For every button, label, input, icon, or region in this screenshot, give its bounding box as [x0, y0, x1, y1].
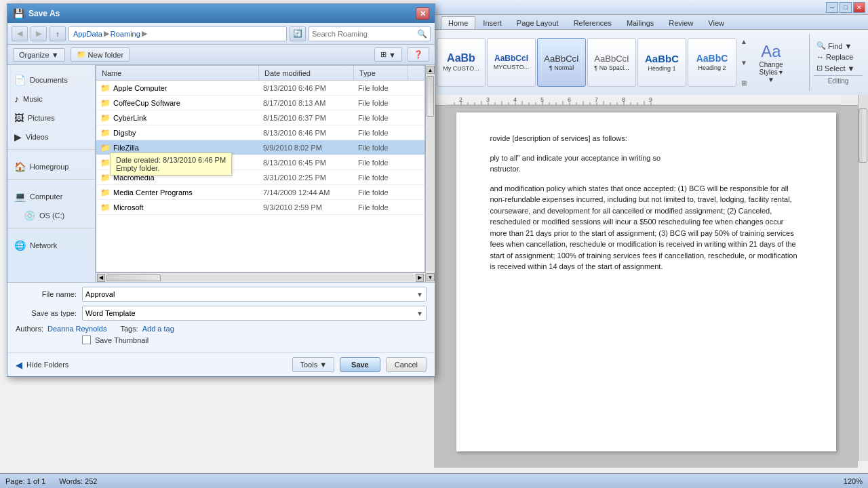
- svg-text:7: 7: [595, 96, 598, 103]
- sidebar-item-videos[interactable]: ▶ Videos: [7, 127, 95, 146]
- nav-back-button[interactable]: ◀: [12, 26, 28, 41]
- style-heading1[interactable]: AaBbC Heading 1: [637, 38, 686, 87]
- style-preview-h1: AaBbC: [645, 54, 679, 64]
- hide-folders-button[interactable]: Hide Folders: [26, 361, 68, 369]
- dialog-nav-bar: ◀ ▶ ↑ AppData ▶ Roaming ▶ 🔄 🔍: [7, 23, 435, 45]
- tab-home[interactable]: Home: [441, 16, 475, 29]
- ribbon: ─ □ ✕ Home Insert Page Layout References…: [434, 0, 868, 95]
- editing-group-label: Editing: [814, 75, 863, 85]
- styles-scroll-down[interactable]: ▼: [738, 59, 750, 66]
- tab-page-layout[interactable]: Page Layout: [509, 16, 566, 29]
- vertical-scrollbar[interactable]: ▲ ▼: [425, 65, 435, 282]
- breadcrumb-bar[interactable]: AppData ▶ Roaming ▶: [68, 26, 287, 41]
- footer-right: Tools ▼ Save Cancel: [292, 357, 427, 372]
- filename-input[interactable]: Approval ▼: [82, 287, 427, 302]
- tags-value[interactable]: Add a tag: [142, 325, 174, 333]
- sidebar-divider-3: [7, 228, 95, 233]
- nav-forward-button[interactable]: ▶: [31, 26, 47, 41]
- sidebar-item-documents[interactable]: 📄 Documents: [7, 70, 95, 89]
- savetype-label: Save as type:: [16, 309, 77, 317]
- organize-button[interactable]: Organize ▼: [13, 48, 65, 62]
- thumbnail-checkbox[interactable]: [82, 336, 91, 344]
- sidebar-item-network[interactable]: 🌐 Network: [7, 236, 95, 255]
- file-row-apple[interactable]: 📁 Apple Computer 8/13/2010 6:46 PM File …: [96, 81, 425, 96]
- select-button[interactable]: ⊡ Select ▼: [814, 62, 863, 74]
- style-my-custo-2[interactable]: AaBbCcI MYCUSTO...: [487, 38, 536, 87]
- tools-button[interactable]: Tools ▼: [292, 357, 334, 372]
- scroll-right-button[interactable]: ▶: [416, 274, 424, 282]
- cancel-button[interactable]: Cancel: [386, 357, 427, 372]
- replace-label: Replace: [826, 53, 853, 61]
- filename-dropdown-arrow[interactable]: ▼: [416, 291, 423, 298]
- find-label: Find: [828, 42, 842, 50]
- nav-recent-button[interactable]: 🔄: [290, 26, 306, 41]
- sidebar-item-pictures[interactable]: 🖼 Pictures: [7, 108, 95, 127]
- tab-insert[interactable]: Insert: [475, 16, 509, 29]
- style-heading2[interactable]: AaBbC Heading 2: [688, 38, 736, 87]
- file-row-cyberlink[interactable]: 📁 CyberLink 8/15/2010 6:37 PM File folde: [96, 110, 425, 125]
- styles-expand[interactable]: ⊞: [738, 79, 750, 87]
- tab-review[interactable]: Review: [661, 16, 701, 29]
- organize-arrow: ▼: [52, 51, 59, 59]
- select-label: Select: [825, 64, 846, 73]
- search-box[interactable]: 🔍: [309, 26, 431, 41]
- file-row-coffeecup[interactable]: 📁 CoffeeCup Software 8/17/2010 8:13 AM F…: [96, 96, 425, 110]
- search-input[interactable]: [312, 30, 415, 38]
- style-normal[interactable]: AaBbCcI ¶ Normal: [537, 38, 586, 87]
- scrollbar-thumb[interactable]: [859, 108, 867, 163]
- tab-references[interactable]: References: [566, 16, 619, 29]
- breadcrumb-appdata[interactable]: AppData: [73, 30, 102, 38]
- file-name-microsoft: Microsoft: [113, 203, 144, 211]
- breadcrumb-roaming[interactable]: Roaming: [111, 30, 140, 38]
- h-scroll-track[interactable]: [106, 274, 414, 281]
- scroll-up-button[interactable]: ▲: [427, 66, 435, 74]
- view-options-button[interactable]: ⊞ ▼: [374, 47, 402, 62]
- h-scroll-thumb[interactable]: [106, 274, 161, 281]
- doc-text-1: rovide [description of services] as foll…: [490, 134, 627, 142]
- style-no-space[interactable]: AaBbCcI ¶ No Spaci...: [587, 38, 636, 87]
- col-header-type[interactable]: Type: [354, 66, 408, 80]
- savetype-dropdown-arrow[interactable]: ▼: [416, 310, 423, 317]
- file-row-microsoft[interactable]: 📁 Microsoft 9/3/2010 2:59 PM File folde: [96, 200, 425, 215]
- dialog-close-button[interactable]: ✕: [416, 7, 429, 20]
- sidebar-item-music[interactable]: ♪ Music: [7, 89, 95, 108]
- word-scrollbar[interactable]: [858, 95, 868, 461]
- file-row-media-center[interactable]: 📁 Media Center Programs 7/14/2009 12:44 …: [96, 185, 425, 200]
- minimize-button[interactable]: ─: [826, 2, 838, 13]
- savetype-select[interactable]: Word Template ▼: [82, 306, 427, 321]
- hide-folders-label: Hide Folders: [26, 361, 68, 369]
- v-scroll-thumb[interactable]: [427, 76, 434, 117]
- v-scroll-track[interactable]: [427, 76, 434, 271]
- horizontal-scrollbar[interactable]: ◀ ▶: [96, 272, 425, 282]
- sidebar-item-computer[interactable]: 💻 Computer: [7, 187, 95, 206]
- styles-scroll-up[interactable]: ▲: [738, 38, 750, 45]
- authors-value[interactable]: Deanna Reynolds: [47, 325, 106, 333]
- filelist-scroll[interactable]: 📁 Apple Computer 8/13/2010 6:46 PM File …: [96, 81, 425, 272]
- sidebar-item-homegroup[interactable]: 🏠 Homegroup: [7, 157, 95, 176]
- nav-up-button[interactable]: ↑: [50, 26, 66, 41]
- replace-button[interactable]: ↔ Replace: [814, 52, 863, 62]
- change-styles-button[interactable]: Aa ChangeStyles ▾ ▼: [751, 38, 791, 87]
- close-button[interactable]: ✕: [853, 2, 865, 13]
- file-name-media: Media Center Programs: [113, 188, 193, 197]
- scroll-down-button[interactable]: ▼: [427, 273, 435, 281]
- tools-arrow: ▼: [319, 361, 327, 369]
- sidebar-item-osc[interactable]: 💿 OS (C:): [7, 206, 95, 225]
- tab-mailings[interactable]: Mailings: [619, 16, 661, 29]
- zoom-level: 120%: [844, 477, 863, 485]
- find-button[interactable]: 🔍 Find ▼: [814, 40, 863, 52]
- file-row-filezilla[interactable]: 📁 FileZilla 9/9/2010 8:02 PM File folde …: [96, 140, 425, 155]
- col-header-name[interactable]: Name: [96, 66, 259, 80]
- restore-button[interactable]: □: [840, 2, 852, 13]
- col-header-date[interactable]: Date modified: [259, 66, 354, 80]
- style-my-custo-1[interactable]: AaBb My CUSTO...: [437, 38, 486, 87]
- new-folder-button[interactable]: 📁 New folder: [71, 47, 130, 62]
- help-button[interactable]: ❓: [408, 47, 429, 62]
- scroll-left-button[interactable]: ◀: [97, 274, 105, 282]
- doc-acceptance-text: ply to all" and indicate your acceptance…: [490, 152, 802, 175]
- select-arrow: ▼: [848, 64, 855, 73]
- save-button[interactable]: Save: [340, 357, 380, 372]
- new-folder-icon: 📁: [77, 50, 86, 59]
- file-row-digsby[interactable]: 📁 Digsby 8/13/2010 6:46 PM File folde: [96, 125, 425, 140]
- tab-view[interactable]: View: [701, 16, 732, 29]
